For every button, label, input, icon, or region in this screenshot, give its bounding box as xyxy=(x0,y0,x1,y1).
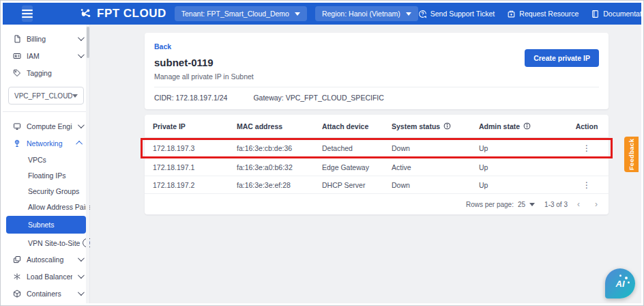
containers-icon xyxy=(12,290,21,298)
molecule-dot-icon xyxy=(625,277,628,279)
info-icon[interactable] xyxy=(443,122,451,130)
send-support-ticket-link[interactable]: Send Support Ticket xyxy=(418,10,495,18)
private-ip-cell: 172.18.197.1 xyxy=(153,163,237,171)
sidebar-item-billing[interactable]: Billing xyxy=(3,30,89,47)
sidebar-subitem-label: VPN Site-to-Site xyxy=(28,239,80,247)
rows-per-page-label: Rows per page: xyxy=(466,201,514,208)
column-header-action: Action xyxy=(573,122,600,130)
sidebar-item-label: Load Balancer xyxy=(27,273,72,281)
documentation-icon xyxy=(591,10,600,18)
sidebar-item-iam[interactable]: IAM xyxy=(3,47,89,64)
tenant-selector-label: Tenant: FPT_Smart_Cloud_Demo xyxy=(181,10,289,18)
request-resource-label: Request Resource xyxy=(519,10,579,18)
attach-device-cell: Detached xyxy=(322,144,392,152)
screen-frame: FPT CLOUD Tenant: FPT_Smart_Cloud_Demo R… xyxy=(0,0,644,306)
highlight-red-box: 172.18.197.3 fa:16:3e:cb:de:36 Detached … xyxy=(141,138,613,158)
request-resource-icon xyxy=(507,10,516,18)
fpt-logo-molecule-icon xyxy=(79,7,93,20)
sidebar-nav: Billing IAM Tagging VPC_FPT_CLOUD_2 Comp… xyxy=(3,25,90,303)
subnet-detail-card: Back subnet-0119 Manage all private IP i… xyxy=(145,33,609,109)
top-header-bar: FPT CLOUD Tenant: FPT_Smart_Cloud_Demo R… xyxy=(3,3,641,25)
sidebar-item-vpn-site-to-site[interactable]: VPN Site-to-Site beta xyxy=(3,235,89,251)
chevron-down-icon xyxy=(406,12,411,16)
create-private-ip-button[interactable]: Create private IP xyxy=(525,49,599,67)
next-page-button[interactable]: › xyxy=(595,200,598,208)
admin-state-cell: Up xyxy=(479,144,573,152)
sidebar-item-label: Tagging xyxy=(27,69,83,77)
row-actions-menu-icon[interactable]: ⋮ xyxy=(583,180,591,190)
sidebar-divider xyxy=(3,111,89,112)
system-status-cell: Active xyxy=(392,163,479,171)
sidebar-subitem-label: Security Groups xyxy=(28,187,79,195)
sidebar-subitem-label: Floating IPs xyxy=(28,171,65,180)
tagging-icon xyxy=(12,69,21,77)
vpc-selector-dropdown[interactable]: VPC_FPT_CLOUD_2 xyxy=(8,87,84,105)
sidebar-item-label: IAM xyxy=(27,52,72,60)
chevron-down-icon xyxy=(78,51,85,58)
mac-address-cell: fa:16:3e:3e:ef:28 xyxy=(237,181,322,189)
sidebar-item-compute-engine[interactable]: Compute Engine xyxy=(3,117,89,135)
page-subtitle: Manage all private IP in Subnet xyxy=(154,72,599,87)
sidebar-scrollbar[interactable] xyxy=(86,25,89,303)
documentation-link[interactable]: Documentation xyxy=(591,10,641,18)
sidebar-item-load-balancer[interactable]: Load Balancer xyxy=(3,268,89,285)
sidebar-item-label: Autoscaling xyxy=(27,255,72,264)
billing-icon xyxy=(12,35,21,43)
table-row[interactable]: 172.18.197.2 fa:16:3e:3e:ef:28 DHCP Serv… xyxy=(145,176,609,194)
sidebar-subitem-label: Subnets xyxy=(28,221,55,229)
feedback-tab[interactable]: Feedback xyxy=(624,137,639,172)
send-support-ticket-label: Send Support Ticket xyxy=(430,10,495,18)
vpc-selector-value: VPC_FPT_CLOUD_2 xyxy=(14,92,72,100)
back-link[interactable]: Back xyxy=(154,42,171,51)
logo-text: FPT CLOUD xyxy=(97,7,166,20)
row-actions-menu-icon[interactable]: ⋮ xyxy=(583,143,591,153)
fpt-cloud-logo[interactable]: FPT CLOUD xyxy=(79,7,166,20)
header-actions: Send Support Ticket Request Resource Doc… xyxy=(418,9,641,19)
column-header-system-status: System status xyxy=(392,122,479,130)
request-resource-link[interactable]: Request Resource xyxy=(507,10,579,18)
mac-address-cell: fa:16:3e:a0:b6:32 xyxy=(237,163,322,171)
molecule-dot-icon xyxy=(628,281,630,283)
hamburger-menu-icon[interactable] xyxy=(22,5,33,22)
ai-assistant-bubble[interactable]: AI xyxy=(605,268,635,298)
rows-per-page-select[interactable]: Rows per page: 25 xyxy=(466,201,535,208)
sidebar-item-autoscaling[interactable]: Autoscaling xyxy=(3,251,89,268)
previous-page-button[interactable]: ‹ xyxy=(577,200,580,208)
sidebar-subitem-label: Allow Address Pairs xyxy=(28,203,91,211)
sidebar-item-allow-address-pairs[interactable]: Allow Address Pairs xyxy=(3,199,89,214)
chevron-down-icon xyxy=(78,272,85,279)
mac-address-cell: fa:16:3e:cb:de:36 xyxy=(237,144,322,152)
table-row[interactable]: 172.18.197.1 fa:16:3e:a0:b6:32 Edge Gate… xyxy=(145,158,609,176)
networking-icon xyxy=(12,139,21,148)
autoscaling-icon xyxy=(12,255,21,264)
admin-state-cell: Up xyxy=(479,181,573,189)
sidebar-item-subnets[interactable]: Subnets xyxy=(6,216,86,234)
table-header-row: Private IP MAC address Attach device Sys… xyxy=(145,115,609,138)
system-status-cell: Down xyxy=(392,144,479,152)
sidebar-item-tagging[interactable]: Tagging xyxy=(3,64,89,81)
chevron-down-icon xyxy=(78,122,85,128)
table-row[interactable]: 172.18.197.3 fa:16:3e:cb:de:36 Detached … xyxy=(143,140,611,156)
rows-per-page-value: 25 xyxy=(518,201,525,208)
load-balancer-icon xyxy=(12,273,21,281)
cidr-value: CIDR: 172.18.197.1/24 xyxy=(154,94,227,102)
documentation-label: Documentation xyxy=(603,10,641,18)
tenant-selector[interactable]: Tenant: FPT_Smart_Cloud_Demo xyxy=(175,6,307,21)
sidebar-item-networking[interactable]: Networking xyxy=(3,135,89,152)
iam-icon xyxy=(12,52,21,60)
region-selector[interactable]: Region: Hanoi (Vietnam) xyxy=(315,6,418,21)
sidebar-item-security-groups[interactable]: Security Groups xyxy=(3,183,89,199)
sidebar-item-containers[interactable]: Containers xyxy=(3,285,89,302)
private-ip-cell: 172.18.197.2 xyxy=(153,181,237,189)
info-icon[interactable] xyxy=(523,122,531,130)
feedback-label: Feedback xyxy=(628,139,635,170)
subnet-meta: CIDR: 172.18.197.1/24 Gateway: VPC_FPT_C… xyxy=(154,87,599,109)
region-selector-label: Region: Hanoi (Vietnam) xyxy=(322,10,400,18)
sidebar-item-vpcs[interactable]: VPCs xyxy=(3,152,89,167)
private-ip-table: Private IP MAC address Attach device Sys… xyxy=(145,115,609,214)
molecule-dot-icon xyxy=(619,275,621,277)
sidebar-item-floating-ips[interactable]: Floating IPs xyxy=(3,167,89,183)
chevron-down-icon xyxy=(72,94,78,98)
sidebar-item-label: Networking xyxy=(27,139,72,148)
chevron-up-icon xyxy=(76,141,83,148)
